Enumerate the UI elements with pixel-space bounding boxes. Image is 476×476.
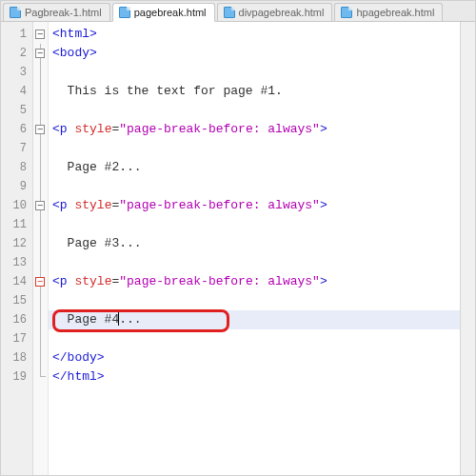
fold-guide — [40, 82, 41, 101]
fold-guide — [40, 310, 41, 329]
line-number: 18 — [1, 348, 32, 367]
line-number: 15 — [1, 291, 32, 310]
code-line[interactable]: <html> — [49, 25, 475, 44]
fold-guide — [40, 253, 41, 272]
file-icon — [10, 7, 21, 18]
code-line[interactable]: Page #3... — [49, 234, 475, 253]
tab-pagebreak[interactable]: pagebreak.html — [112, 3, 215, 22]
tab-divpagebreak[interactable]: divpagebreak.html — [217, 3, 333, 21]
line-number: 9 — [1, 177, 32, 196]
code-line[interactable]: </html> — [49, 367, 475, 387]
line-number: 5 — [1, 101, 32, 120]
fold-guide — [40, 139, 41, 158]
code-line[interactable] — [49, 329, 475, 348]
fold-guide — [40, 348, 41, 367]
line-number: 1 — [1, 25, 32, 44]
tab-bar: Pagbreak-1.html pagebreak.html divpagebr… — [1, 1, 475, 22]
fold-toggle[interactable]: − — [35, 49, 45, 58]
fold-column: − − − − − — [33, 22, 49, 475]
file-icon — [224, 7, 235, 18]
fold-guide — [40, 291, 41, 310]
line-number-gutter: 1 2 3 4 5 6 7 8 9 10 11 12 13 14 15 16 1… — [1, 22, 33, 475]
code-line-current[interactable]: Page #4... — [49, 310, 475, 329]
code-line[interactable]: <p style="page-break-before: always"> — [49, 120, 475, 139]
line-number: 16 — [1, 310, 32, 329]
code-line[interactable]: <p style="page-break-before: always"> — [49, 196, 475, 215]
vertical-scrollbar[interactable] — [460, 22, 475, 475]
tab-label: Pagbreak-1.html — [25, 7, 102, 18]
fold-guide — [40, 63, 41, 82]
text-caret — [118, 312, 119, 326]
line-number: 7 — [1, 139, 32, 158]
fold-guide-end — [40, 367, 46, 377]
line-number: 4 — [1, 82, 32, 101]
tab-label: divpagebreak.html — [239, 7, 325, 18]
code-line[interactable]: Page #2... — [49, 158, 475, 177]
line-number: 10 — [1, 196, 32, 215]
line-number: 13 — [1, 253, 32, 272]
file-icon — [341, 7, 352, 18]
code-editor: Pagbreak-1.html pagebreak.html divpagebr… — [0, 0, 476, 476]
fold-toggle[interactable]: − — [35, 125, 45, 134]
line-number: 11 — [1, 215, 32, 234]
fold-guide — [40, 234, 41, 253]
line-number: 19 — [1, 367, 32, 387]
line-number: 8 — [1, 158, 32, 177]
line-number: 14 — [1, 272, 32, 291]
fold-guide — [40, 177, 41, 196]
code-area[interactable]: 1 2 3 4 5 6 7 8 9 10 11 12 13 14 15 16 1… — [1, 22, 475, 475]
fold-toggle[interactable]: − — [35, 30, 45, 39]
line-number: 12 — [1, 234, 32, 253]
line-number: 17 — [1, 329, 32, 348]
fold-guide — [40, 329, 41, 348]
line-number: 6 — [1, 120, 32, 139]
code-line[interactable] — [49, 177, 475, 196]
code-line[interactable] — [49, 63, 475, 82]
tab-label: hpagebreak.html — [356, 7, 434, 18]
line-number: 3 — [1, 63, 32, 82]
code-line[interactable] — [49, 253, 475, 272]
code-line[interactable]: This is the text for page #1. — [49, 82, 475, 101]
fold-guide — [40, 101, 41, 120]
tab-pagbreak-1[interactable]: Pagbreak-1.html — [3, 3, 110, 21]
line-number: 2 — [1, 44, 32, 63]
fold-guide — [40, 215, 41, 234]
code-lines[interactable]: <html> <body> This is the text for page … — [49, 22, 475, 475]
code-line[interactable]: </body> — [49, 348, 475, 367]
tab-hpagebreak[interactable]: hpagebreak.html — [334, 3, 443, 21]
tab-label: pagebreak.html — [134, 7, 207, 18]
code-line[interactable] — [49, 291, 475, 310]
file-icon — [119, 7, 130, 18]
fold-toggle[interactable]: − — [35, 201, 45, 210]
fold-toggle[interactable]: − — [35, 277, 45, 287]
code-line[interactable] — [49, 215, 475, 234]
code-line[interactable]: <body> — [49, 44, 475, 63]
code-line[interactable] — [49, 139, 475, 158]
code-line[interactable]: <p style="page-break-before: always"> — [49, 272, 475, 291]
code-line[interactable] — [49, 101, 475, 120]
fold-guide — [40, 158, 41, 177]
